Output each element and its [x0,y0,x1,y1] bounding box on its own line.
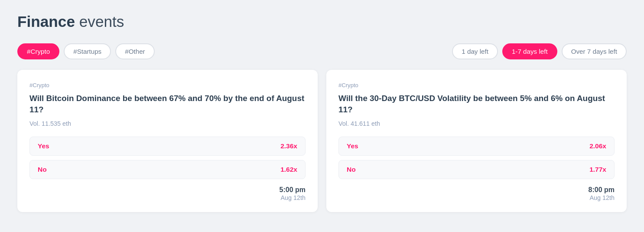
option-label: No [38,166,47,173]
option-label: Yes [38,142,49,150]
card-footer: 8:00 pmAug 12th [338,186,615,202]
options-block: Yes2.36xNo1.62x [29,137,306,179]
deadline: 8:00 pmAug 12th [589,186,615,202]
options-block: Yes2.06xNo1.77x [338,137,615,179]
category-filter-crypto[interactable]: #Crypto [17,43,59,59]
event-card-1: #CryptoWill the 30-Day BTC/USD Volatilit… [326,70,627,212]
option-label: No [347,166,356,173]
filters-row: #Crypto#Startups#Other 1 day left1-7 day… [17,43,627,59]
card-title: Will Bitcoin Dominance be between 67% an… [29,93,306,116]
card-volume: Vol. 41.611 eth [338,120,615,127]
event-card-0: #CryptoWill Bitcoin Dominance be between… [17,70,318,212]
deadline-time: 5:00 pm [280,186,306,194]
cards-grid: #CryptoWill Bitcoin Dominance be between… [17,70,627,212]
deadline-time: 8:00 pm [589,186,615,194]
option-label: Yes [347,142,358,150]
category-filter-group: #Crypto#Startups#Other [17,43,155,59]
card-footer: 5:00 pmAug 12th [29,186,306,202]
page-title: Finance events [17,13,627,30]
time-filter-2[interactable]: Over 7 days left [562,43,627,59]
option-value: 1.62x [280,166,297,173]
option-row-yes[interactable]: Yes2.06x [338,137,615,156]
time-filter-1[interactable]: 1-7 days left [502,43,557,59]
card-tag: #Crypto [29,82,306,88]
option-value: 2.36x [280,142,297,150]
option-row-no[interactable]: No1.62x [29,160,306,179]
option-row-no[interactable]: No1.77x [338,160,615,179]
option-value: 2.06x [589,142,606,150]
category-filter-other[interactable]: #Other [115,43,154,59]
option-value: 1.77x [589,166,606,173]
card-volume: Vol. 11.535 eth [29,120,306,127]
deadline: 5:00 pmAug 12th [280,186,306,202]
time-filter-group: 1 day left1-7 days leftOver 7 days left [452,43,627,59]
category-filter-startups[interactable]: #Startups [64,43,111,59]
card-title: Will the 30-Day BTC/USD Volatility be be… [338,93,615,116]
option-row-yes[interactable]: Yes2.36x [29,137,306,156]
deadline-date: Aug 12th [589,194,615,201]
deadline-date: Aug 12th [280,194,306,201]
time-filter-0[interactable]: 1 day left [452,43,498,59]
card-tag: #Crypto [338,82,615,88]
